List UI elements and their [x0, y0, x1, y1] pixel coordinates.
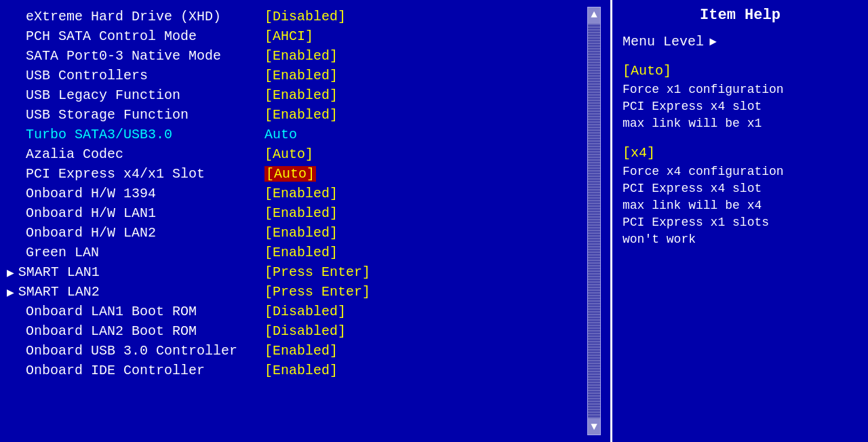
menu-label-green-lan: Green LAN: [7, 245, 264, 260]
menu-label-onboard-hw-lan2: Onboard H/W LAN2: [7, 225, 264, 241]
menu-area: eXtreme Hard Drive (XHD)[Disabled]PCH SA…: [7, 7, 585, 435]
menu-level-arrow: ►: [709, 35, 717, 49]
menu-row-sata-native[interactable]: SATA Port0-3 Native Mode[Enabled]: [7, 46, 578, 66]
menu-value-azalia-codec: [Auto]: [264, 146, 313, 162]
menu-label-onboard-lan2-boot: Onboard LAN2 Boot ROM: [7, 323, 264, 339]
menu-value-green-lan: [Enabled]: [264, 245, 338, 260]
menu-row-onboard-hw-1394[interactable]: Onboard H/W 1394[Enabled]: [7, 184, 578, 203]
bios-screen: eXtreme Hard Drive (XHD)[Disabled]PCH SA…: [0, 0, 868, 442]
help-value-0: [Auto]: [623, 63, 858, 79]
menu-value-pch-sata: [AHCI]: [264, 28, 313, 44]
menu-row-onboard-usb30[interactable]: Onboard USB 3.0 Controller[Enabled]: [7, 341, 578, 361]
menu-row-usb-storage[interactable]: USB Storage Function[Enabled]: [7, 105, 578, 125]
menu-value-sata-native: [Enabled]: [264, 48, 338, 64]
menu-row-onboard-lan1-boot[interactable]: Onboard LAN1 Boot ROM[Disabled]: [7, 302, 578, 321]
menu-label-text-pch-sata: PCH SATA Control Mode: [26, 28, 197, 44]
menu-value-onboard-usb30: [Enabled]: [264, 343, 338, 359]
help-section-1: [x4]Force x4 configurationPCI Express x4…: [623, 145, 858, 249]
menu-value-onboard-lan1-boot: [Disabled]: [264, 304, 346, 319]
menu-label-text-azalia-codec: Azalia Codec: [26, 146, 123, 162]
menu-label-text-onboard-usb30: Onboard USB 3.0 Controller: [26, 343, 237, 359]
menu-label-pch-sata: PCH SATA Control Mode: [7, 28, 264, 44]
menu-label-text-smart-lan2: SMART LAN2: [18, 284, 100, 300]
help-sections: [Auto]Force x1 configurationPCI Express …: [623, 63, 858, 249]
menu-value-usb-storage: [Enabled]: [264, 107, 338, 123]
menu-value-smart-lan1: [Press Enter]: [264, 264, 370, 280]
menu-label-extreme-hdd: eXtreme Hard Drive (XHD): [7, 9, 264, 24]
help-section-0: [Auto]Force x1 configurationPCI Express …: [623, 63, 858, 133]
menu-label-sata-native: SATA Port0-3 Native Mode: [7, 48, 264, 64]
menu-value-extreme-hdd: [Disabled]: [264, 9, 346, 24]
menu-label-text-onboard-ide: Onboard IDE Controller: [26, 363, 205, 378]
menu-label-smart-lan2: ▶SMART LAN2: [7, 284, 264, 300]
menu-row-onboard-lan2-boot[interactable]: Onboard LAN2 Boot ROM[Disabled]: [7, 321, 578, 341]
menu-label-text-usb-legacy: USB Legacy Function: [26, 87, 180, 103]
help-value-1: [x4]: [623, 145, 858, 161]
scrollbar-down-arrow[interactable]: ▼: [588, 420, 600, 435]
menu-value-usb-controllers: [Enabled]: [264, 68, 338, 83]
menu-row-smart-lan2[interactable]: ▶SMART LAN2[Press Enter]: [7, 282, 578, 302]
help-panel: Item Help Menu Level ► [Auto]Force x1 co…: [610, 0, 868, 442]
menu-label-onboard-ide: Onboard IDE Controller: [7, 363, 264, 378]
menu-value-onboard-ide: [Enabled]: [264, 363, 338, 378]
menu-label-text-onboard-lan2-boot: Onboard LAN2 Boot ROM: [26, 323, 197, 339]
menu-row-green-lan[interactable]: Green LAN[Enabled]: [7, 243, 578, 262]
menu-label-text-smart-lan1: SMART LAN1: [18, 264, 100, 280]
menu-label-smart-lan1: ▶SMART LAN1: [7, 264, 264, 280]
menu-value-onboard-hw-lan2: [Enabled]: [264, 225, 338, 241]
menu-level-row: Menu Level ►: [623, 34, 858, 49]
menu-label-text-green-lan: Green LAN: [26, 245, 99, 260]
menu-label-onboard-usb30: Onboard USB 3.0 Controller: [7, 343, 264, 359]
menu-value-turbo-sata: Auto: [264, 127, 297, 142]
menu-label-usb-legacy: USB Legacy Function: [7, 87, 264, 103]
menu-row-usb-controllers[interactable]: USB Controllers[Enabled]: [7, 66, 578, 85]
menu-value-onboard-hw-lan1: [Enabled]: [264, 205, 338, 221]
menu-label-onboard-lan1-boot: Onboard LAN1 Boot ROM: [7, 304, 264, 319]
menu-label-pci-express-slot: PCI Express x4/x1 Slot: [7, 166, 264, 182]
menu-label-text-onboard-hw-lan1: Onboard H/W LAN1: [26, 205, 156, 221]
menu-row-onboard-ide[interactable]: Onboard IDE Controller[Enabled]: [7, 361, 578, 380]
menu-label-text-sata-native: SATA Port0-3 Native Mode: [26, 48, 221, 64]
menu-label-text-pci-express-slot: PCI Express x4/x1 Slot: [26, 166, 205, 182]
menu-value-onboard-hw-1394: [Enabled]: [264, 186, 338, 201]
scrollbar-thumb[interactable]: [588, 24, 600, 418]
menu-label-text-onboard-hw-1394: Onboard H/W 1394: [26, 186, 156, 201]
help-desc-1: Force x4 configurationPCI Express x4 slo…: [623, 163, 858, 249]
menu-label-text-extreme-hdd: eXtreme Hard Drive (XHD): [26, 9, 221, 24]
menu-value-pci-express-slot: [Auto]: [264, 166, 316, 182]
menu-label-text-onboard-hw-lan2: Onboard H/W LAN2: [26, 225, 156, 241]
menu-row-smart-lan1[interactable]: ▶SMART LAN1[Press Enter]: [7, 262, 578, 282]
submenu-arrow-smart-lan1: ▶: [7, 265, 14, 280]
menu-value-onboard-lan2-boot: [Disabled]: [264, 323, 346, 339]
menu-label-azalia-codec: Azalia Codec: [7, 146, 264, 162]
menu-row-onboard-hw-lan1[interactable]: Onboard H/W LAN1[Enabled]: [7, 203, 578, 223]
menu-label-onboard-hw-1394: Onboard H/W 1394: [7, 186, 264, 201]
scrollbar-up-arrow[interactable]: ▲: [588, 7, 600, 22]
help-desc-0: Force x1 configurationPCI Express x4 slo…: [623, 81, 858, 133]
menu-row-pci-express-slot[interactable]: PCI Express x4/x1 Slot[Auto]: [7, 164, 578, 184]
menu-label-text-onboard-lan1-boot: Onboard LAN1 Boot ROM: [26, 304, 197, 319]
menu-label-text-turbo-sata: Turbo SATA3/USB3.0: [26, 127, 172, 142]
menu-row-usb-legacy[interactable]: USB Legacy Function[Enabled]: [7, 85, 578, 105]
menu-label-usb-controllers: USB Controllers: [7, 68, 264, 83]
menu-row-onboard-hw-lan2[interactable]: Onboard H/W LAN2[Enabled]: [7, 223, 578, 243]
menu-value-usb-legacy: [Enabled]: [264, 87, 338, 103]
menu-label-turbo-sata: Turbo SATA3/USB3.0: [7, 127, 264, 142]
menu-value-smart-lan2: [Press Enter]: [264, 284, 370, 300]
menu-label-text-usb-storage: USB Storage Function: [26, 107, 189, 123]
submenu-arrow-smart-lan2: ▶: [7, 285, 14, 300]
menu-label-usb-storage: USB Storage Function: [7, 107, 264, 123]
menu-row-extreme-hdd[interactable]: eXtreme Hard Drive (XHD)[Disabled]: [7, 7, 578, 26]
menu-row-turbo-sata[interactable]: Turbo SATA3/USB3.0Auto: [7, 125, 578, 144]
menu-level-label: Menu Level: [623, 34, 704, 49]
help-title: Item Help: [623, 7, 858, 24]
menu-label-text-usb-controllers: USB Controllers: [26, 68, 148, 83]
menu-row-azalia-codec[interactable]: Azalia Codec[Auto]: [7, 144, 578, 164]
scrollbar[interactable]: ▲ ▼: [585, 7, 604, 435]
main-panel: eXtreme Hard Drive (XHD)[Disabled]PCH SA…: [0, 0, 610, 442]
menu-row-pch-sata[interactable]: PCH SATA Control Mode[AHCI]: [7, 26, 578, 46]
menu-label-onboard-hw-lan1: Onboard H/W LAN1: [7, 205, 264, 221]
